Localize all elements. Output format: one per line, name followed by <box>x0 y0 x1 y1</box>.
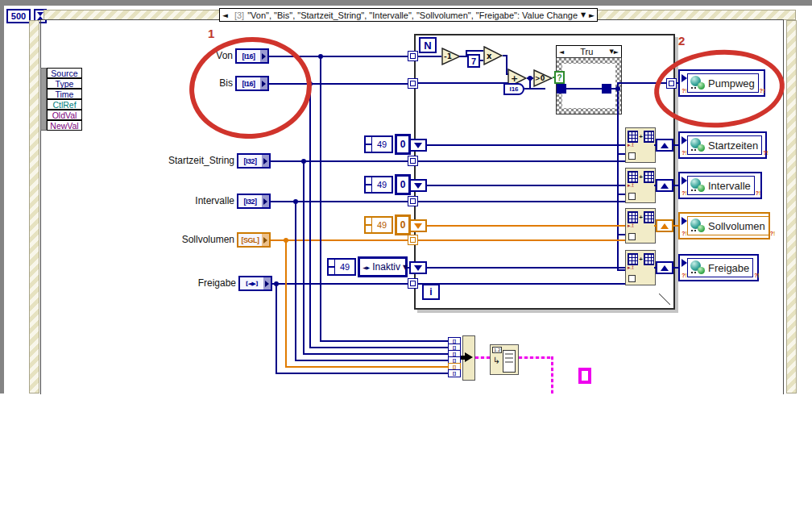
replace-array-subset-node-1[interactable]: + ▸.t <box>625 127 656 163</box>
constant-7[interactable]: 7 <box>467 54 480 68</box>
case-next-arrow-icon[interactable]: ► <box>614 48 619 56</box>
decrement-node[interactable]: -1 <box>441 48 461 65</box>
intervalle-shared-variable[interactable]: ?! Intervalle ?! <box>678 172 762 199</box>
string-wire-1 <box>475 356 490 359</box>
write-arrow-icon <box>682 217 687 225</box>
replace-array-subset-node-2[interactable]: + ▸.t <box>625 168 656 203</box>
array-size-constant-4[interactable]: 49 <box>327 258 356 276</box>
freigabe-tunnel[interactable] <box>408 278 418 289</box>
sollvolumen-shared-variable[interactable]: ?! Sollvolumen ?! <box>678 212 770 239</box>
terminal-out-arrow-icon <box>262 195 269 207</box>
case-selector-tunnel[interactable]: ? <box>554 71 565 84</box>
array-size-constant-1[interactable]: 49 <box>364 135 393 153</box>
element-constant-1[interactable]: 0 <box>395 134 411 155</box>
dec-out-wire-h <box>466 50 483 52</box>
shift-register-left-1[interactable] <box>409 139 427 152</box>
startzeiten-shared-variable[interactable]: ?! Startzeiten ?! <box>678 131 767 159</box>
event-data-item-source[interactable]: Source <box>47 68 82 78</box>
event-selector-label[interactable]: ◄ [3] "Von", "Bis", "Startzeit_String", … <box>219 8 598 22</box>
sollvolumen-tunnel[interactable] <box>408 235 418 245</box>
freigabe-branch-wire <box>276 284 277 373</box>
sollvolumen-terminal[interactable]: [SGL] <box>237 232 271 248</box>
string-wire-2 <box>519 356 553 359</box>
intervalle-wire <box>271 201 408 202</box>
xml-document-icon <box>503 350 516 373</box>
for-loop-count-terminal[interactable]: N <box>419 37 437 53</box>
to-i16-conversion-node[interactable]: I16 <box>503 83 524 95</box>
shift-register-left-2[interactable] <box>409 179 427 192</box>
for-loop-iteration-terminal[interactable]: i <box>422 284 440 300</box>
row2-wire <box>427 185 625 186</box>
startzeit-string-terminal[interactable]: [I32] <box>237 153 271 169</box>
multiply-node[interactable]: x <box>483 46 503 65</box>
bundle-wire-3 <box>303 353 448 355</box>
shared-variable-globe-icon <box>690 178 706 193</box>
array-grid-icon <box>644 253 654 265</box>
array-size-constant-3[interactable]: 49 <box>364 216 393 234</box>
freigabe-shared-variable[interactable]: ?! Freigabe ?! <box>678 254 759 281</box>
replace-array-subset-node-3[interactable]: + ▸.t <box>625 208 656 244</box>
flatten-to-xml-node[interactable]: 1.2 ↳ <box>490 344 519 375</box>
event-data-item-oldval[interactable]: OldVal <box>47 110 82 120</box>
event-prev-arrow-icon[interactable]: ◄ <box>222 11 228 19</box>
enum-constant-inaktiv[interactable]: ◄▶ Inaktiv ▼ <box>358 256 408 277</box>
event-dropdown-icon[interactable]: ▼ <box>581 11 586 19</box>
startzeit-tunnel[interactable] <box>408 156 418 166</box>
wire-junction <box>284 238 288 243</box>
array-grid-icon <box>628 131 638 143</box>
shift-register-right-4[interactable] <box>656 261 673 274</box>
wait-ms-constant[interactable]: 500 <box>6 9 31 23</box>
array-size-value: 49 <box>372 139 392 149</box>
case-left-tunnel[interactable] <box>557 84 566 94</box>
enum-cycle-icon[interactable]: ◄▶ <box>362 264 370 270</box>
shift-register-right-1[interactable] <box>656 139 673 152</box>
bis-tunnel[interactable] <box>408 78 418 89</box>
while-loop-border-right[interactable] <box>786 20 797 393</box>
event-data-node-bar[interactable] <box>40 68 47 131</box>
replace-array-subset-node-4[interactable]: + ▸.t <box>625 250 656 285</box>
case-prev-arrow-icon[interactable]: ◄ <box>559 48 564 56</box>
von-inner-wire <box>418 56 441 57</box>
write-arrow-icon <box>682 177 687 185</box>
freigabe-terminal[interactable]: [◄▶] <box>238 276 272 291</box>
event-data-item-type[interactable]: Type <box>47 78 82 89</box>
row4-wire <box>427 267 625 269</box>
event-next-arrow-icon[interactable]: ► <box>589 11 594 19</box>
bundle-element-6[interactable]: [] <box>448 369 461 377</box>
array-grid-icon <box>628 253 638 265</box>
element-square-icon <box>628 275 636 282</box>
shared-variable-globe-icon <box>690 138 706 152</box>
greater-than-zero-node[interactable]: >0 <box>533 69 553 87</box>
index-branch-1 <box>617 153 625 155</box>
sollvolumen-wire <box>271 239 408 241</box>
intervalle-type: [I32] <box>238 198 262 206</box>
case-right-tunnel[interactable] <box>602 84 611 94</box>
event-data-item-time[interactable]: Time <box>47 89 82 99</box>
question-badge: ?! <box>682 231 687 236</box>
element-constant-3[interactable]: 0 <box>395 214 411 235</box>
von-tunnel[interactable] <box>408 51 418 61</box>
shift-register-left-3[interactable] <box>409 219 427 232</box>
case-selector-label[interactable]: ◄ Tru ▼ ► <box>556 45 622 58</box>
intervalle-terminal[interactable]: [I32] <box>237 194 271 209</box>
event-data-item-newval[interactable]: NewVal <box>47 120 82 131</box>
for-loop-corner <box>659 294 670 305</box>
string-terminal-stub[interactable] <box>578 368 591 384</box>
shared-variable-globe-icon <box>690 260 706 275</box>
bundle-wire-6 <box>276 373 448 374</box>
shift-register-right-2[interactable] <box>656 179 673 192</box>
sollvolumen-branch-wire <box>285 240 287 367</box>
question-badge: ?! <box>682 150 687 156</box>
startzeit-type: [I32] <box>238 157 262 165</box>
von-branch-wire <box>320 56 321 341</box>
output-label: Startzeiten <box>708 139 758 152</box>
shift-register-left-4[interactable] <box>409 261 427 274</box>
shift-register-right-3[interactable] <box>656 219 673 232</box>
annotation-marker-2: 2 <box>678 34 685 48</box>
event-data-item-ctlref[interactable]: CtlRef <box>47 99 82 110</box>
array-size-constant-2[interactable]: 49 <box>364 176 393 194</box>
intervalle-tunnel[interactable] <box>408 196 418 206</box>
element-constant-2[interactable]: 0 <box>395 174 411 195</box>
labview-block-diagram: 500 ◄ [3] "Von", "Bis", "Startzeit_Strin… <box>0 0 812 508</box>
while-loop-border-left[interactable] <box>29 20 39 393</box>
